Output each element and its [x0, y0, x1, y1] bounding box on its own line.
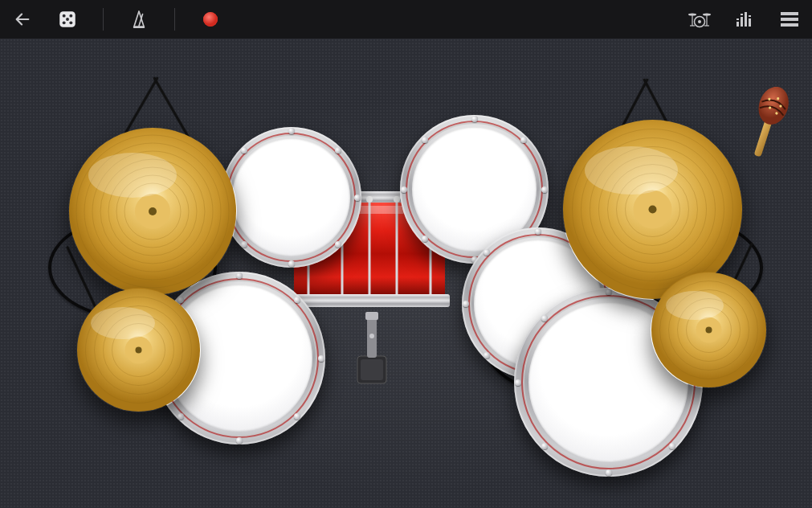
- toolbar-separator-icon: [174, 8, 175, 31]
- svg-point-82: [585, 146, 678, 195]
- toolbar-separator-icon: [103, 8, 104, 31]
- svg-rect-19: [737, 22, 739, 27]
- toolbar: [0, 0, 812, 39]
- lug-icon: [422, 137, 428, 143]
- pedal-icon: [353, 312, 390, 384]
- svg-point-1: [63, 14, 66, 18]
- svg-point-81: [649, 206, 657, 214]
- cymbal-graphic: [68, 127, 237, 296]
- mixer-button[interactable]: [732, 6, 757, 32]
- cymbal-graphic: [651, 272, 767, 388]
- arrow-left-icon: [14, 10, 31, 28]
- lug-icon: [515, 379, 521, 386]
- lug-icon: [288, 128, 295, 134]
- svg-point-38: [366, 196, 373, 203]
- lug-icon: [520, 137, 527, 143]
- svg-point-90: [666, 291, 724, 320]
- lug-icon: [288, 260, 295, 267]
- svg-point-89: [706, 327, 712, 334]
- lug-icon: [318, 355, 324, 362]
- metronome-icon: [130, 10, 148, 29]
- lug-icon: [236, 437, 243, 444]
- lug-icon: [294, 297, 300, 303]
- maraca-icon: [745, 87, 790, 163]
- lug-icon: [484, 352, 490, 358]
- svg-rect-25: [749, 15, 751, 17]
- lug-icon: [463, 301, 469, 307]
- cymbal-graphic: [76, 288, 201, 412]
- lug-icon: [335, 147, 341, 154]
- svg-rect-22: [749, 18, 751, 27]
- metronome-button[interactable]: [126, 6, 152, 32]
- svg-point-10: [203, 12, 218, 27]
- svg-rect-23: [737, 18, 739, 20]
- svg-point-62: [149, 207, 157, 215]
- lug-icon: [294, 413, 300, 420]
- dice-icon: [57, 9, 78, 30]
- svg-point-4: [63, 21, 66, 24]
- hamburger-icon: [780, 11, 799, 27]
- record-button[interactable]: [198, 6, 223, 32]
- lug-icon: [354, 195, 361, 201]
- svg-point-70: [136, 347, 142, 354]
- svg-rect-7: [134, 26, 145, 28]
- svg-rect-24: [741, 14, 743, 15]
- equalizer-icon: [735, 10, 754, 28]
- lug-icon: [422, 236, 428, 242]
- kick-pedal[interactable]: [353, 312, 390, 384]
- svg-point-63: [88, 153, 177, 198]
- back-button[interactable]: [10, 6, 35, 32]
- lug-icon: [335, 241, 341, 248]
- svg-rect-46: [289, 294, 450, 307]
- lug-icon: [606, 469, 612, 476]
- lug-icon: [401, 186, 407, 193]
- lug-icon: [177, 413, 184, 420]
- drum-kit: [0, 39, 812, 508]
- lug-icon: [241, 241, 247, 248]
- menu-button[interactable]: [777, 6, 802, 32]
- svg-rect-27: [781, 18, 798, 21]
- lug-icon: [541, 186, 548, 193]
- svg-point-39: [394, 196, 400, 203]
- svg-rect-51: [365, 312, 378, 320]
- drumkit-icon: [688, 10, 712, 29]
- svg-point-71: [91, 307, 155, 339]
- tom-high-left[interactable]: [221, 127, 361, 268]
- lug-icon: [541, 315, 548, 322]
- svg-rect-21: [745, 12, 747, 27]
- lug-icon: [541, 443, 548, 449]
- splash-cymbal-right[interactable]: [651, 272, 767, 388]
- svg-rect-20: [741, 17, 743, 27]
- lug-icon: [535, 228, 541, 235]
- maraca[interactable]: [745, 87, 790, 163]
- lug-icon: [471, 116, 478, 122]
- svg-rect-26: [781, 12, 798, 15]
- svg-point-2: [69, 14, 72, 18]
- toolbar-right: [687, 6, 802, 32]
- crash-cymbal-left[interactable]: [68, 127, 237, 296]
- svg-point-52: [369, 334, 374, 338]
- hi-hat-left[interactable]: [76, 288, 201, 412]
- svg-point-16: [698, 20, 701, 23]
- svg-point-3: [66, 18, 69, 21]
- random-button[interactable]: [55, 6, 80, 32]
- svg-rect-49: [361, 359, 383, 380]
- svg-rect-28: [781, 23, 798, 27]
- svg-point-5: [69, 21, 72, 24]
- toolbar-left: [10, 6, 223, 32]
- kit-select-button[interactable]: [687, 6, 712, 32]
- record-icon: [201, 10, 220, 29]
